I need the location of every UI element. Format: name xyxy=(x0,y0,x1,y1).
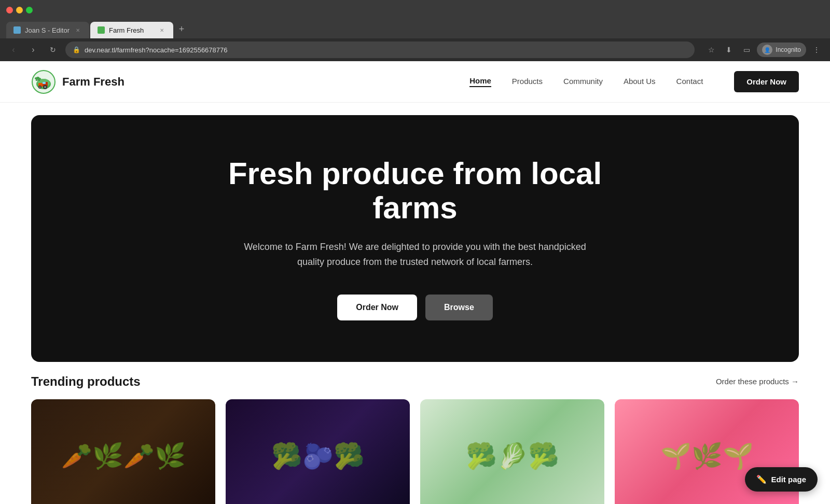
refresh-icon: ↻ xyxy=(50,46,56,54)
product-image-3: 🥦🥬🥦 xyxy=(420,399,604,504)
refresh-button[interactable]: ↻ xyxy=(46,43,60,57)
nav-home[interactable]: Home xyxy=(469,76,491,87)
close-window-button[interactable] xyxy=(6,7,13,13)
incognito-label: Incognito xyxy=(776,46,801,53)
tab-bar: Joan S - Editor ✕ Farm Fresh ✕ + xyxy=(0,20,830,38)
bookmark-button[interactable]: ☆ xyxy=(704,43,718,57)
trending-title: Trending products xyxy=(31,374,141,389)
product-card-1[interactable]: 🥕🌿🥕🌿 xyxy=(31,399,215,504)
nav-contact[interactable]: Contact xyxy=(676,77,703,87)
svg-point-15 xyxy=(38,78,41,80)
logo-image xyxy=(31,69,56,94)
site-nav: Home Products Community About Us Contact… xyxy=(469,71,799,92)
cast-button[interactable]: ▭ xyxy=(739,43,754,57)
tab-farm-fresh[interactable]: Farm Fresh ✕ xyxy=(90,22,173,38)
website-content: Farm Fresh Home Products Community About… xyxy=(0,61,830,504)
edit-page-label: Edit page xyxy=(771,475,806,484)
header-order-now-button[interactable]: Order Now xyxy=(734,71,799,92)
address-bar: ‹ › ↻ 🔒 dev.near.tl/farmfresh?nocache=16… xyxy=(0,38,830,61)
lock-icon: 🔒 xyxy=(73,46,80,53)
hero-order-now-button[interactable]: Order Now xyxy=(337,295,417,320)
product-image-1: 🥕🌿🥕🌿 xyxy=(31,399,215,504)
browser-titlebar xyxy=(0,0,830,20)
new-tab-button[interactable]: + xyxy=(174,22,189,36)
trending-header: Trending products Order these products → xyxy=(31,374,799,389)
trending-section: Trending products Order these products →… xyxy=(0,374,830,504)
svg-point-8 xyxy=(44,86,46,88)
incognito-avatar: 👤 xyxy=(762,45,772,55)
tab-close-joan[interactable]: ✕ xyxy=(74,26,82,34)
download-button[interactable]: ⬇ xyxy=(722,43,736,57)
hero-buttons: Order Now Browse xyxy=(337,295,493,320)
nav-community[interactable]: Community xyxy=(563,77,603,87)
url-text: dev.near.tl/farmfresh?nocache=1692556678… xyxy=(85,46,687,54)
hero-title: Fresh produce from local farms xyxy=(182,157,648,225)
url-bar[interactable]: 🔒 dev.near.tl/farmfresh?nocache=16925566… xyxy=(65,41,695,58)
tab-close-farm[interactable]: ✕ xyxy=(158,26,166,34)
product-image-2: 🥦🫐🥦 xyxy=(226,399,410,504)
products-grid: 🥕🌿🥕🌿 🥦🫐🥦 🥦🥬🥦 🌱🌿🌱 xyxy=(31,399,799,504)
back-button[interactable]: ‹ xyxy=(6,43,21,57)
tab-favicon-mail xyxy=(13,26,21,34)
nav-products[interactable]: Products xyxy=(512,77,543,87)
order-these-products-link[interactable]: Order these products → xyxy=(716,377,799,386)
tab-favicon-farm xyxy=(98,26,105,34)
site-header: Farm Fresh Home Products Community About… xyxy=(0,61,830,103)
tab-title-farm: Farm Fresh xyxy=(109,26,144,34)
incognito-button[interactable]: 👤 Incognito xyxy=(757,43,806,57)
edit-icon: ✏️ xyxy=(756,474,767,484)
back-icon: ‹ xyxy=(12,45,15,54)
logo-text: Farm Fresh xyxy=(62,75,125,89)
hero-section: Fresh produce from local farms Welcome t… xyxy=(31,115,799,362)
tab-joan-editor[interactable]: Joan S - Editor ✕ xyxy=(6,22,89,38)
tab-title-joan: Joan S - Editor xyxy=(25,26,70,34)
hero-browse-button[interactable]: Browse xyxy=(425,295,493,320)
forward-button[interactable]: › xyxy=(26,43,40,57)
window-controls xyxy=(6,7,33,13)
browser-window: Joan S - Editor ✕ Farm Fresh ✕ + ‹ › ↻ 🔒… xyxy=(0,0,830,61)
toolbar-icons: ☆ ⬇ ▭ 👤 Incognito ⋮ xyxy=(704,43,824,57)
product-card-2[interactable]: 🥦🫐🥦 xyxy=(226,399,410,504)
svg-point-6 xyxy=(39,86,41,88)
svg-rect-9 xyxy=(43,82,46,84)
hero-subtitle: Welcome to Farm Fresh! We are delighted … xyxy=(239,240,591,270)
nav-about-us[interactable]: About Us xyxy=(624,77,656,87)
forward-icon: › xyxy=(32,45,34,54)
logo-area: Farm Fresh xyxy=(31,69,125,94)
product-card-3[interactable]: 🥦🥬🥦 xyxy=(420,399,604,504)
minimize-window-button[interactable] xyxy=(16,7,23,13)
browser-menu-button[interactable]: ⋮ xyxy=(809,43,824,57)
edit-page-button[interactable]: ✏️ Edit page xyxy=(745,467,818,492)
maximize-window-button[interactable] xyxy=(26,7,33,13)
